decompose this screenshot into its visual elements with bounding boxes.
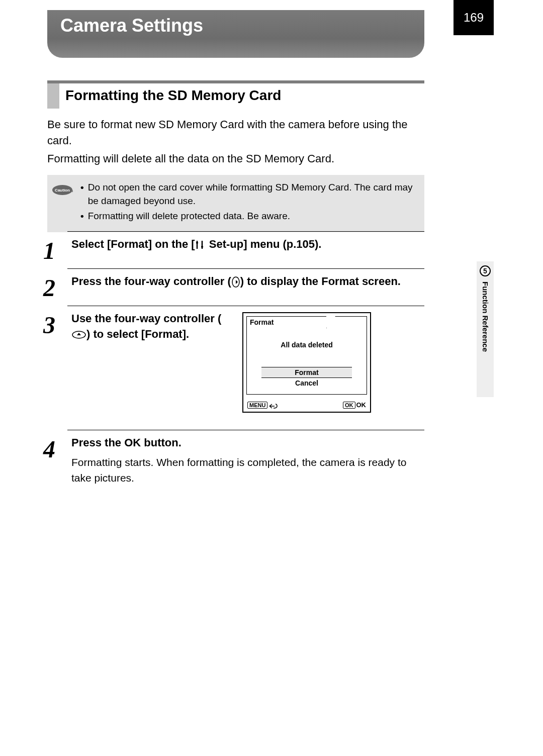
step-3-heading: Use the four-way controller () to select… [71,311,232,342]
step-2: 2 Press the four-way controller () to di… [67,268,424,306]
caution-block: Caution •Do not open the card cover whil… [47,175,424,232]
chapter-label: Function Reference [481,281,490,352]
caution-list: •Do not open the card cover while format… [80,181,418,225]
lcd-option-cancel: Cancel [247,379,367,387]
chapter-number: 5 [480,265,491,276]
intro-text: Be sure to format new SD Memory Card wit… [47,117,424,167]
steps-list: 1 Select [Format] on the [ Set-up] menu … [47,231,424,493]
lcd-tab: Format [246,316,327,328]
section-title: Formatting the SD Memory Card [59,83,281,109]
lcd-footer: MENU OKOK [247,401,366,409]
lcd-option-format: Format [261,367,352,378]
step-3: 3 Use the four-way controller () to sele… [67,306,424,420]
lcd-format-screen: Format All data deleted Format Cancel ME… [242,312,371,413]
svg-text:Caution: Caution [55,188,70,193]
page-title: Camera Settings [47,10,424,58]
step-4-body: Formatting starts. When formatting is co… [71,455,424,486]
setup-menu-icon [195,240,206,250]
step-1: 1 Select [Format] on the [ Set-up] menu … [67,231,424,268]
side-chapter-tab: 5 Function Reference [477,261,494,397]
step-2-heading: Press the four-way controller () to disp… [71,274,424,290]
controller-up-icon [71,330,86,339]
step-1-heading: Select [Format] on the [ Set-up] menu (p… [71,237,424,252]
page-number: 169 [454,0,494,35]
section-header: Formatting the SD Memory Card [47,80,424,109]
step-4-heading: Press the OK button. [71,435,424,451]
step-4: 4 Press the OK button. Formatting starts… [67,430,424,493]
lcd-message: All data deleted [247,341,367,349]
caution-icon: Caution [51,183,73,197]
lcd-options: Format Cancel [247,367,367,387]
back-arrow-icon [268,403,278,409]
section-accent-bar [47,83,59,109]
controller-right-icon [231,276,240,288]
